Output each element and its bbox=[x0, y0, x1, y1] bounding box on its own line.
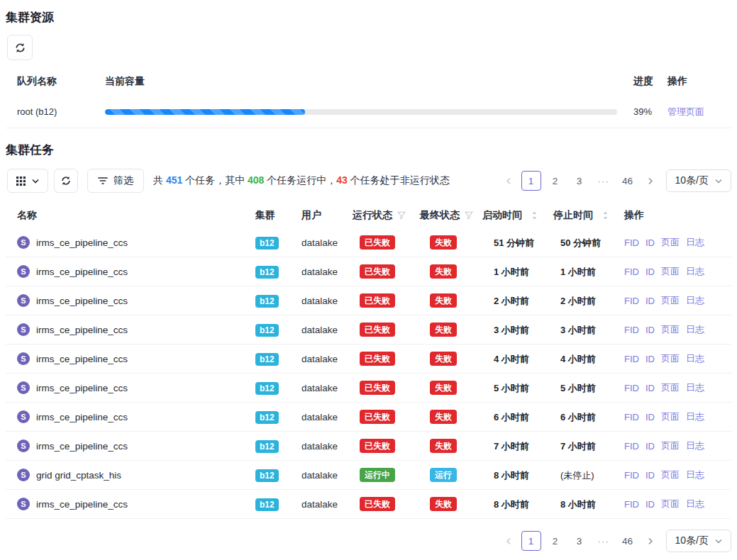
page-size-select[interactable]: 10条/页 bbox=[666, 169, 731, 192]
row-action-page-link[interactable]: 页面 bbox=[661, 352, 680, 365]
filter-funnel-icon[interactable] bbox=[397, 211, 406, 220]
filter-funnel-icon[interactable] bbox=[465, 211, 473, 220]
pagination-ellipsis[interactable]: ··· bbox=[594, 531, 614, 551]
row-action-fid-link[interactable]: FID bbox=[624, 499, 639, 510]
row-action-page-link[interactable]: 页面 bbox=[661, 469, 680, 481]
final-status-badge: 失败 bbox=[430, 293, 457, 308]
row-action-page-link[interactable]: 页面 bbox=[661, 236, 680, 249]
spark-avatar-icon: S bbox=[17, 294, 30, 307]
task-cluster-cell: b12 bbox=[255, 439, 301, 453]
pagination-next-icon[interactable] bbox=[642, 171, 659, 191]
pagination-next-icon[interactable] bbox=[642, 531, 659, 551]
row-action-page-link[interactable]: 页面 bbox=[661, 381, 680, 394]
final-status-badge: 失败 bbox=[430, 497, 457, 511]
column-settings-button[interactable] bbox=[7, 169, 48, 193]
task-stop-time-cell: 5 小时前 bbox=[553, 381, 624, 395]
row-action-id-link[interactable]: ID bbox=[645, 383, 655, 393]
pagination-page-1[interactable]: 1 bbox=[521, 531, 541, 551]
row-action-fid-link[interactable]: FID bbox=[624, 325, 639, 335]
section-cluster-tasks: 集群任务 bbox=[6, 144, 731, 552]
row-action-fid-link[interactable]: FID bbox=[624, 296, 639, 306]
page-size-select[interactable]: 10条/页 bbox=[666, 530, 731, 552]
row-action-id-link[interactable]: ID bbox=[645, 296, 655, 306]
manage-page-link[interactable]: 管理页面 bbox=[667, 106, 704, 117]
row-action-fid-link[interactable]: FID bbox=[624, 470, 639, 481]
table-row: S irms_ce_pipeline_ccs b12 datalake 已失败 … bbox=[6, 374, 731, 403]
row-action-fid-link[interactable]: FID bbox=[624, 412, 639, 422]
row-action-log-link[interactable]: 日志 bbox=[686, 410, 704, 423]
row-action-page-link[interactable]: 页面 bbox=[661, 410, 680, 423]
row-action-page-link[interactable]: 页面 bbox=[661, 265, 680, 278]
pagination-page-3[interactable]: 3 bbox=[570, 531, 589, 551]
row-action-id-link[interactable]: ID bbox=[645, 470, 655, 481]
final-status-badge: 失败 bbox=[430, 352, 457, 366]
table-row: S irms_ce_pipeline_ccs b12 datalake 已失败 … bbox=[6, 228, 731, 257]
pagination-prev-icon[interactable] bbox=[500, 531, 517, 551]
task-actions-cell: FIDID页面日志 bbox=[624, 410, 731, 423]
row-action-log-link[interactable]: 日志 bbox=[686, 236, 704, 249]
row-action-fid-link[interactable]: FID bbox=[624, 383, 639, 393]
row-action-page-link[interactable]: 页面 bbox=[661, 498, 680, 510]
task-name-cell: S irms_ce_pipeline_ccs bbox=[6, 498, 255, 510]
row-action-id-link[interactable]: ID bbox=[645, 267, 655, 277]
pagination-prev-icon[interactable] bbox=[500, 171, 517, 191]
row-action-log-link[interactable]: 日志 bbox=[686, 323, 704, 336]
resources-refresh-button[interactable] bbox=[7, 35, 33, 60]
cluster-badge: b12 bbox=[255, 295, 279, 308]
row-action-page-link[interactable]: 页面 bbox=[661, 294, 680, 307]
sort-icon[interactable] bbox=[602, 211, 609, 220]
pagination-page-1[interactable]: 1 bbox=[521, 171, 541, 191]
row-action-id-link[interactable]: ID bbox=[645, 237, 655, 248]
tasks-refresh-button[interactable] bbox=[54, 169, 78, 193]
pagination-page-2[interactable]: 2 bbox=[545, 531, 565, 551]
task-name-cell: S irms_ce_pipeline_ccs bbox=[6, 236, 255, 249]
row-action-id-link[interactable]: ID bbox=[645, 499, 655, 510]
task-final-status-cell: 失败 bbox=[420, 264, 482, 279]
pagination-page-3[interactable]: 3 bbox=[570, 171, 589, 191]
grid-icon bbox=[16, 177, 26, 186]
row-action-page-link[interactable]: 页面 bbox=[661, 439, 680, 452]
task-start-time-cell: 8 小时前 bbox=[482, 498, 553, 511]
row-action-log-link[interactable]: 日志 bbox=[686, 469, 704, 481]
pagination-page-46[interactable]: 46 bbox=[618, 531, 638, 551]
pagination-page-2[interactable]: 2 bbox=[545, 171, 565, 191]
row-action-id-link[interactable]: ID bbox=[645, 412, 655, 422]
pagination-page-46[interactable]: 46 bbox=[618, 171, 638, 191]
row-action-log-link[interactable]: 日志 bbox=[686, 439, 704, 452]
page-size-label: 10条/页 bbox=[675, 174, 709, 187]
filter-button-label: 筛选 bbox=[113, 174, 133, 187]
row-action-page-link[interactable]: 页面 bbox=[661, 323, 680, 336]
row-action-log-link[interactable]: 日志 bbox=[686, 294, 704, 307]
pagination-ellipsis[interactable]: ··· bbox=[594, 171, 614, 191]
row-action-fid-link[interactable]: FID bbox=[624, 441, 639, 452]
row-action-log-link[interactable]: 日志 bbox=[686, 265, 704, 278]
row-action-log-link[interactable]: 日志 bbox=[686, 352, 704, 365]
sort-icon[interactable] bbox=[531, 211, 538, 220]
start-time: 4 小时前 bbox=[494, 354, 529, 364]
row-action-log-link[interactable]: 日志 bbox=[686, 498, 704, 510]
cluster-badge: b12 bbox=[255, 382, 279, 395]
stop-time: 6 小时前 bbox=[560, 412, 596, 422]
run-status-badge: 运行中 bbox=[360, 468, 395, 482]
row-action-log-link[interactable]: 日志 bbox=[686, 381, 704, 394]
col-header-name: 名称 bbox=[6, 209, 255, 222]
row-action-fid-link[interactable]: FID bbox=[624, 237, 639, 248]
row-action-fid-link[interactable]: FID bbox=[624, 354, 639, 364]
start-time: 8 小时前 bbox=[494, 470, 529, 481]
task-name-cell: S irms_ce_pipeline_ccs bbox=[6, 294, 255, 307]
row-action-fid-link[interactable]: FID bbox=[624, 267, 639, 277]
row-action-id-link[interactable]: ID bbox=[645, 325, 655, 335]
run-status-badge: 已失败 bbox=[360, 381, 395, 395]
filter-button[interactable]: 筛选 bbox=[87, 169, 144, 193]
col-header-actions: 操作 bbox=[624, 209, 731, 222]
stop-time: 3 小时前 bbox=[560, 325, 596, 335]
start-time: 1 小时前 bbox=[494, 267, 529, 277]
row-action-id-link[interactable]: ID bbox=[645, 354, 655, 364]
cluster-resources-title: 集群资源 bbox=[6, 0, 731, 24]
row-action-id-link[interactable]: ID bbox=[645, 441, 655, 452]
summary-text: 个任务，其中 bbox=[182, 174, 248, 186]
start-time: 3 小时前 bbox=[494, 325, 529, 335]
col-header-run-status-label: 运行状态 bbox=[353, 209, 392, 222]
task-name: irms_ce_pipeline_ccs bbox=[36, 237, 128, 248]
run-status-badge: 已失败 bbox=[360, 410, 395, 424]
